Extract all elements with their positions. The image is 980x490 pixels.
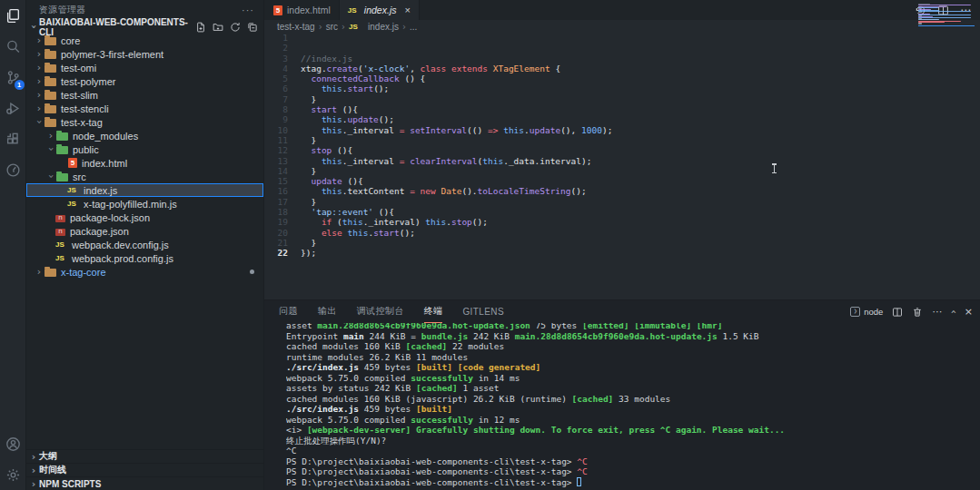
close-icon[interactable]: ×: [404, 5, 410, 15]
line-number: 9: [264, 114, 301, 124]
tree-item-package.json[interactable]: package.json: [26, 224, 263, 238]
run-debug-icon[interactable]: [0, 93, 26, 123]
code-line-5: 5 connectedCallback () {: [264, 74, 980, 83]
panel-tab-终端[interactable]: 终端: [424, 300, 443, 323]
tree-item-label: test-slim: [61, 90, 98, 101]
code-line-14: 14 }: [264, 166, 980, 176]
tree-item-index.html[interactable]: index.html: [26, 156, 263, 170]
terminal-line: cached modules 160 KiB (javascript) 26.2…: [286, 394, 976, 405]
breadcrumb-item[interactable]: src: [326, 22, 338, 32]
modified-dot-badge: [250, 270, 254, 274]
folder-icon: [45, 105, 56, 113]
new-folder-icon[interactable]: [213, 22, 223, 33]
tree-item-index.js[interactable]: index.js: [26, 183, 263, 197]
new-file-icon[interactable]: [195, 22, 206, 33]
code-line-20: 20 else this.start();: [264, 228, 980, 238]
source-control-icon[interactable]: 1: [0, 62, 26, 93]
terminal-output[interactable]: asset main.28d8d8654cb9f960e9da.hot-upda…: [286, 323, 976, 490]
sidebar-title: 资源管理器: [39, 4, 86, 16]
code-line-11: 11 }: [264, 135, 980, 145]
line-number: 19: [264, 217, 301, 227]
panel-more-actions-icon[interactable]: ⋯: [932, 306, 942, 318]
html-icon: [273, 5, 282, 15]
split-terminal-icon[interactable]: [892, 307, 903, 318]
tree-item-node_modules[interactable]: ›node_modules: [26, 129, 263, 142]
tree-item-test-x-tag[interactable]: ›test-x-tag: [26, 115, 263, 129]
line-number: 10: [264, 125, 301, 135]
panel-tab-调试控制台[interactable]: 调试控制台: [357, 300, 404, 323]
chevron-right-icon: ›: [28, 450, 39, 464]
minimap[interactable]: [918, 2, 975, 26]
tree-item-test-slim[interactable]: ›test-slim: [26, 88, 263, 102]
close-panel-icon[interactable]: ×: [965, 306, 973, 318]
js-icon: [55, 253, 67, 263]
tab-index.html[interactable]: index.html: [264, 0, 340, 20]
sidebar-more-actions-icon[interactable]: ···: [242, 5, 254, 15]
live-server-icon[interactable]: [0, 154, 26, 185]
breadcrumb-separator: ›: [402, 22, 406, 32]
extensions-icon[interactable]: [0, 123, 26, 154]
sidebar-section-NPM SCRIPTS[interactable]: ›NPM SCRIPTS: [26, 476, 263, 490]
code-editor[interactable]: 123//index.js4xtag.create('x-clock', cla…: [264, 33, 980, 299]
code-line-19: 19 if (this._interval) this.stop();: [264, 217, 980, 227]
chevron-right-icon: ›: [34, 74, 45, 88]
panel-tab-问题[interactable]: 问题: [279, 300, 298, 323]
folder-icon: [45, 119, 56, 127]
folder-icon: [45, 37, 56, 45]
terminal-process-selector[interactable]: ❯ node: [850, 307, 883, 317]
tree-item-x-tag-polyfilled.min.js[interactable]: x-tag-polyfilled.min.js: [26, 197, 263, 211]
tree-item-webpack.prod.config.js[interactable]: webpack.prod.config.js: [26, 251, 263, 265]
tree-item-test-polymer[interactable]: ›test-polymer: [26, 74, 263, 88]
panel-tab-输出[interactable]: 输出: [318, 300, 337, 323]
tree-item-test-stencli[interactable]: ›test-stencli: [26, 102, 263, 115]
tree-item-test-omi[interactable]: ›test-omi: [26, 61, 263, 74]
tree-item-core[interactable]: ›core: [26, 34, 263, 47]
line-number: 22: [264, 248, 301, 258]
line-number: 6: [264, 83, 301, 93]
activity-bar: 1: [0, 0, 26, 490]
terminal-line: asset main.28d8d8654cb9f960e9da.hot-upda…: [286, 323, 976, 331]
terminal-cursor: [577, 477, 581, 486]
code-line-13: 13 this._interval = clearInterval(this._…: [264, 156, 980, 166]
file-tree: ›core›polymer-3-first-element›test-omi›t…: [26, 34, 263, 279]
tree-item-label: public: [73, 144, 99, 155]
tree-item-label: x-tag-core: [61, 267, 106, 278]
code-line-22: 22});: [264, 248, 980, 258]
folder-icon: [45, 269, 56, 277]
tree-item-label: webpack.prod.config.js: [72, 253, 173, 264]
tree-item-polymer-3-first-element[interactable]: ›polymer-3-first-element: [26, 47, 263, 61]
line-number: 4: [264, 64, 301, 74]
tree-item-public[interactable]: ›public: [26, 142, 263, 156]
chevron-right-icon: ›: [45, 129, 56, 142]
line-number: 15: [264, 176, 301, 186]
tree-item-label: test-x-tag: [61, 117, 103, 128]
settings-gear-icon[interactable]: [0, 459, 26, 490]
breadcrumb-item[interactable]: ...: [410, 22, 417, 32]
breadcrumb-item[interactable]: index.js: [349, 22, 399, 32]
line-number: 17: [264, 197, 301, 207]
tab-index.js[interactable]: index.js×: [340, 0, 420, 20]
editor-group: index.htmlindex.js×⋯ test-x-tag›src›inde…: [264, 0, 980, 299]
tree-item-x-tag-core[interactable]: ›x-tag-core: [26, 265, 263, 279]
breadcrumb-item[interactable]: test-x-tag: [277, 22, 315, 32]
tree-item-label: src: [73, 172, 86, 182]
project-section-header[interactable]: › BAIXIAOBAI-WEB-COMPONENTS-CLI: [26, 20, 263, 34]
kill-terminal-trash-icon[interactable]: [912, 307, 923, 318]
sidebar-section-时间线[interactable]: ›时间线: [26, 463, 263, 476]
maximize-panel-icon[interactable]: ›: [947, 309, 959, 313]
tree-item-src[interactable]: ›src: [26, 170, 263, 183]
tree-item-webpack.dev.config.js[interactable]: webpack.dev.config.js: [26, 238, 263, 251]
vscode-window: 1 资源管理器 ··· › BAIXIAOBAI-WEB-COMPONENTS-…: [0, 0, 980, 490]
account-icon[interactable]: [0, 428, 26, 459]
search-icon[interactable]: [0, 31, 26, 62]
panel-tab-GITLENS[interactable]: GITLENS: [462, 300, 504, 323]
refresh-icon[interactable]: [230, 22, 241, 33]
sidebar-section-大纲[interactable]: ›大纲: [26, 449, 263, 463]
collapse-all-icon[interactable]: [247, 22, 258, 33]
explorer-icon[interactable]: [0, 0, 26, 31]
line-number: 21: [264, 238, 301, 248]
code-line-21: 21 }: [264, 238, 980, 248]
code-line-3: 3//index.js: [264, 54, 980, 64]
js-icon: [349, 22, 361, 32]
tree-item-package-lock.json[interactable]: package-lock.json: [26, 211, 263, 224]
